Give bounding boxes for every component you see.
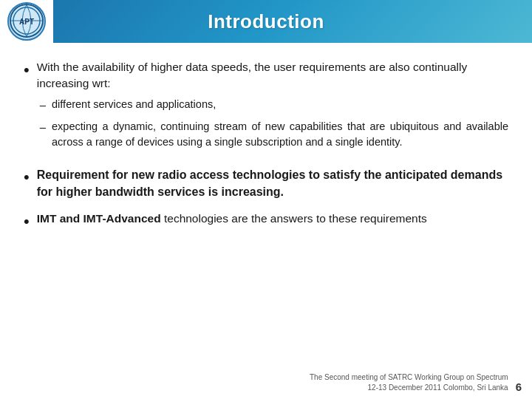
- imt-suffix: technologies are the answers to these re…: [164, 212, 427, 225]
- imt-text: IMT and IMT-Advanced: [37, 212, 161, 225]
- footer-line1: The Second meeting of SATRC Working Grou…: [310, 372, 508, 383]
- bullet-icon: •: [24, 166, 30, 188]
- list-item: • Requirement for new radio access techn…: [24, 166, 508, 200]
- sub-bullet-text: different services and applications,: [52, 97, 216, 112]
- bullet-icon: •: [24, 59, 30, 81]
- bullet-icon: •: [24, 211, 30, 233]
- content-area: • With the availability of higher data s…: [0, 43, 532, 252]
- list-item: • With the availability of higher data s…: [24, 59, 508, 156]
- list-item: – expecting a dynamic, continuing stream…: [40, 119, 508, 150]
- footer-line2: 12-13 December 2011 Colombo, Sri Lanka: [310, 383, 508, 393]
- apt-logo: APT: [7, 2, 46, 41]
- dash-icon: –: [40, 97, 46, 113]
- svg-text:APT: APT: [19, 18, 34, 26]
- sub-bullets: – different services and applications, –…: [40, 97, 508, 150]
- dash-icon: –: [40, 119, 46, 135]
- header-bar: APT Introduction: [0, 0, 532, 43]
- sub-bullet-text: expecting a dynamic, continuing stream o…: [52, 119, 508, 150]
- footer: The Second meeting of SATRC Working Grou…: [310, 372, 508, 393]
- slide-container: APT Introduction • With the availability…: [0, 0, 532, 399]
- page-number: 6: [516, 381, 522, 393]
- bullet-text: With the availability of higher data spe…: [37, 61, 467, 89]
- apt-logo-text: APT: [9, 3, 44, 40]
- footer-wrapper: The Second meeting of SATRC Working Grou…: [0, 372, 532, 393]
- logo-area: APT: [0, 0, 53, 43]
- bullet-content: With the availability of higher data spe…: [37, 59, 508, 156]
- slide-title: Introduction: [53, 10, 532, 33]
- list-item: – different services and applications,: [40, 97, 508, 113]
- list-item: • IMT and IMT-Advanced technologies are …: [24, 211, 508, 233]
- bullet-text-bold: Requirement for new radio access technol…: [37, 166, 508, 200]
- bullet-text: IMT and IMT-Advanced technologies are th…: [37, 211, 427, 227]
